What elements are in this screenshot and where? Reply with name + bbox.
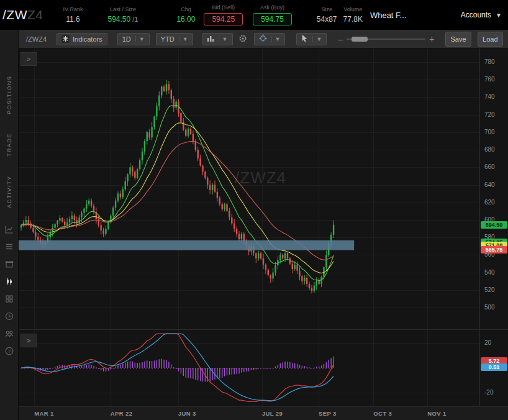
price-tick-label: 720 <box>484 111 495 118</box>
price-tick-label: 700 <box>484 129 495 135</box>
trading-platform-window: /ZWZ4 IV Rank 11.6 Last / Size 594.50/1 … <box>0 0 508 420</box>
indicator-pane: > <box>19 329 479 406</box>
accounts-label: Accounts <box>461 11 491 19</box>
iv-rank-value: 11.6 <box>63 15 83 24</box>
ask-field: Ask (Buy) 594.75 <box>253 4 292 25</box>
bid-button[interactable]: 594.25 <box>204 13 243 25</box>
chevron-down-icon: ▼ <box>135 36 145 42</box>
svg-text:?: ? <box>7 349 11 354</box>
last-price-value: 594.50 <box>108 15 131 24</box>
sidebar-tab-trade[interactable]: TRADE <box>0 128 18 162</box>
price-tick-label: 780 <box>484 58 495 65</box>
sidebar-tab-activity[interactable]: ACTIVITY <box>0 171 18 212</box>
price-badge: 594.50 <box>481 221 507 229</box>
zoom-slider[interactable] <box>347 33 425 45</box>
timeframe-value: 1D <box>122 35 131 43</box>
price-tick-label: 680 <box>484 146 495 153</box>
last-size-label: Last / Size <box>108 6 138 12</box>
zoom-slider-handle[interactable] <box>352 37 368 42</box>
quote-header: /ZWZ4 IV Rank 11.6 Last / Size 594.50/1 … <box>0 0 508 30</box>
zoom-in-button[interactable]: + <box>429 34 434 44</box>
help-icon[interactable]: ? <box>4 345 15 357</box>
indicator-tick-label: -20 <box>484 389 493 396</box>
symbol-root: /ZW <box>2 7 27 22</box>
volume-value: 77.8K <box>343 15 363 24</box>
time-axis-label: JUN 3 <box>178 410 196 417</box>
change-value: 16.00 <box>176 15 195 24</box>
iv-rank-label: IV Rank <box>63 6 83 12</box>
ask-label: Ask (Buy) <box>253 4 292 11</box>
chart-style-icon <box>207 35 214 43</box>
crosshair-icon <box>259 34 267 43</box>
indicators-button[interactable]: Indicators <box>57 33 107 45</box>
price-pane: /ZWZ4 > <box>19 48 479 329</box>
time-axis-label: JUL 29 <box>262 410 283 417</box>
indicator-tick-label: 20 <box>484 339 491 346</box>
last-size-value: /1 <box>132 16 138 23</box>
size-field: Size 54x87 <box>317 6 337 24</box>
price-tick-label: 540 <box>484 269 495 276</box>
save-button[interactable]: Save <box>445 32 471 47</box>
size-value: 54x87 <box>317 15 337 24</box>
iv-rank-field: IV Rank 11.6 <box>63 6 83 24</box>
follow-icon[interactable] <box>4 328 15 339</box>
range-dropdown[interactable]: YTD ▼ <box>156 33 193 45</box>
cursor-tool-dropdown[interactable]: ▼ <box>296 33 327 45</box>
price-pane-expander[interactable]: > <box>20 52 37 66</box>
indicator-axis[interactable]: 20-205.720.51 <box>479 329 508 406</box>
price-tick-label: 660 <box>484 163 495 170</box>
chevron-down-icon: ▼ <box>496 12 502 19</box>
chevron-down-icon: ▼ <box>219 36 228 42</box>
price-tick-label: 520 <box>484 286 495 293</box>
chevron-down-icon: ▼ <box>271 36 281 42</box>
cursor-icon <box>301 34 308 43</box>
chart-icon[interactable] <box>4 276 15 287</box>
timeframe-dropdown[interactable]: 1D ▼ <box>117 33 150 45</box>
sidebar-icon-rail: ? <box>0 224 18 357</box>
indicators-icon <box>61 35 70 43</box>
load-button[interactable]: Load <box>478 32 503 47</box>
time-axis-label: SEP 3 <box>319 410 337 417</box>
bid-label: Bid (Sell) <box>204 4 243 11</box>
ask-button[interactable]: 594.75 <box>253 13 292 25</box>
indicators-label: Indicators <box>73 35 102 43</box>
chart-toolbar: /ZWZ4 Indicators 1D ▼ YTD ▼ ▼ <box>19 30 508 48</box>
zoom-out-button[interactable]: – <box>338 34 343 44</box>
volume-field: Volume 77.8K <box>343 6 363 24</box>
price-tick-label: 740 <box>484 93 495 100</box>
instrument-name: Wheat F... <box>370 11 407 20</box>
grid-icon[interactable] <box>4 293 15 304</box>
journal-icon[interactable] <box>4 258 15 270</box>
sidebar-tab-positions[interactable]: POSITIONS <box>0 72 18 118</box>
chart-area: /ZWZ4 > 78076074072070068066064062060058… <box>19 48 508 420</box>
indicator-chart-canvas[interactable] <box>19 330 479 406</box>
chevron-down-icon: ▼ <box>312 36 322 42</box>
history-icon[interactable] <box>4 311 15 322</box>
symbol-title[interactable]: /ZWZ4 <box>2 7 43 22</box>
crosshair-dropdown[interactable]: ▼ <box>254 33 286 45</box>
size-label: Size <box>317 6 337 12</box>
chevron-down-icon: ▼ <box>179 36 188 42</box>
list-icon[interactable] <box>4 241 15 252</box>
price-chart-canvas[interactable] <box>19 48 479 329</box>
price-tick-label: 500 <box>484 304 495 311</box>
indicator-badge: 0.51 <box>481 363 507 371</box>
indicator-pane-expander[interactable]: > <box>20 334 37 347</box>
price-tick-label: 640 <box>484 181 495 188</box>
chart-style-dropdown[interactable]: ▼ <box>202 33 233 45</box>
price-axis[interactable]: 7807607407207006806606406206005805605405… <box>479 48 508 329</box>
time-axis-label: NOV 1 <box>427 410 447 417</box>
time-axis[interactable]: MAR 1APR 22JUN 3JUL 29SEP 3OCT 3NOV 1 <box>19 406 508 420</box>
accounts-dropdown[interactable]: Accounts ▼ <box>461 11 502 19</box>
settings-gear-icon <box>238 34 247 44</box>
volume-label: Volume <box>343 6 363 12</box>
last-size-field: Last / Size 594.50/1 <box>108 6 138 24</box>
price-tick-label: 760 <box>484 76 495 83</box>
time-axis-label: MAR 1 <box>34 410 54 417</box>
chart-symbol-label: /ZWZ4 <box>26 35 47 43</box>
bid-field: Bid (Sell) 594.25 <box>204 4 243 25</box>
time-axis-label: OCT 3 <box>373 410 392 417</box>
chart-settings-button[interactable] <box>237 33 249 45</box>
price-tick-label: 620 <box>484 199 495 206</box>
analysis-icon[interactable] <box>4 224 15 235</box>
